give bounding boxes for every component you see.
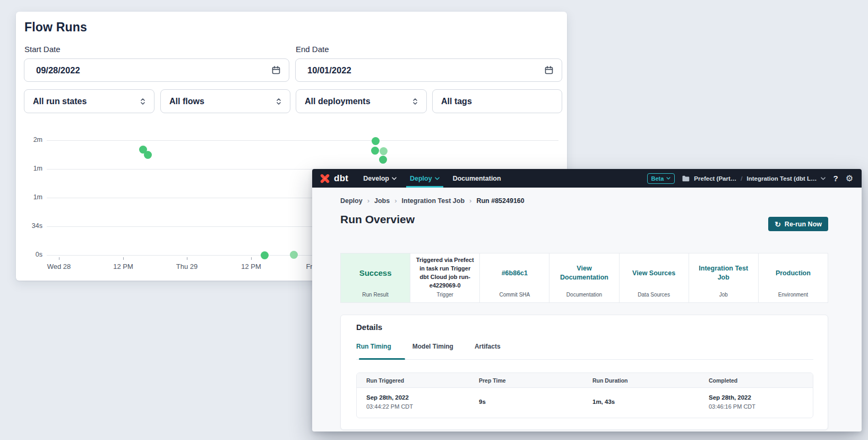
details-tabs: Run Timing Model Timing Artifacts [356,343,501,350]
flow-run-data-point[interactable] [379,156,387,164]
x-axis-tick-mark [59,257,59,260]
commit-sha-link[interactable]: #6b86c1 [502,269,528,278]
dbt-content: Deploy › Jobs › Integration Test Job › R… [312,188,862,431]
status-cell-trigger: Triggered via Prefect in task run Trigge… [410,253,479,302]
details-title: Details [356,323,382,332]
chevron-down-icon [435,177,440,180]
column-prep-time: Prep Time [469,377,583,384]
x-axis-tick-mark [187,257,187,260]
gear-icon[interactable]: ⚙ [846,174,853,183]
nav-item-documentation[interactable]: Documentation [453,169,501,188]
completed-cell: Sep 28th, 2022 03:46:16 PM CDT [699,393,813,411]
x-axis-tick-label: 12 PM [227,263,275,270]
breadcrumb-job-name[interactable]: Integration Test Job [402,197,465,205]
status-cell-job: Integration Test Job Job [689,253,758,302]
refresh-icon: ↻ [775,220,781,229]
status-cell-documentation: View Documentation Documentation [549,253,618,302]
environment-link[interactable]: Production [776,269,811,278]
table-row: Sep 28th, 2022 03:44:22 PM CDT 9s 1m, 43… [357,388,813,418]
breadcrumb-deploy[interactable]: Deploy [340,197,363,205]
project-name: Prefect (Part… [694,175,736,182]
dbt-cloud-window: dbt Develop Deploy Documentation Beta Pr… [312,169,862,431]
y-axis-tick-label: 1m [16,193,42,201]
chevron-down-icon [392,177,397,180]
environment-name: Integration Test (dbt L… [746,175,817,182]
run-result-value: Success [359,268,392,278]
flow-run-data-point[interactable] [261,251,269,259]
dbt-logo[interactable]: dbt [319,173,348,184]
flow-run-data-point[interactable] [380,147,388,155]
column-completed: Completed [699,377,813,384]
trigger-value: Triggered via Prefect in task run Trigge… [415,256,475,290]
run-overview-title: Run Overview [340,213,415,226]
table-header-row: Run Triggered Prep Time Run Duration Com… [357,373,813,388]
run-triggered-cell: Sep 28th, 2022 03:44:22 PM CDT [357,393,469,411]
navbar-right-cluster: Beta Prefect (Part… / Integration Test (… [647,173,853,184]
x-axis-tick-mark [251,257,252,260]
run-duration-cell: 1m, 43s [583,397,699,407]
view-documentation-link[interactable]: View Documentation [554,264,614,282]
breadcrumb-separator: › [394,197,397,205]
details-card: Details Run Timing Model Timing Artifact… [340,315,828,430]
chart-gridline [47,140,558,141]
active-tab-underline [359,358,405,360]
x-axis-tick-label: 12 PM [99,263,147,270]
breadcrumb-run-number: Run #85249160 [476,197,524,205]
tabs-divider [356,359,813,360]
rerun-now-button[interactable]: ↻ Re-run Now [768,217,828,231]
nav-item-develop[interactable]: Develop [363,169,397,188]
breadcrumb: Deploy › Jobs › Integration Test Job › R… [340,197,525,205]
beta-dropdown[interactable]: Beta [647,173,675,184]
environment-caption: Environment [759,292,828,298]
x-axis-tick-mark [123,257,124,260]
column-run-duration: Run Duration [583,377,699,384]
y-axis-tick-label: 0s [16,251,42,258]
flow-run-data-point[interactable] [371,147,379,155]
view-sources-link[interactable]: View Sources [632,269,675,278]
tab-artifacts[interactable]: Artifacts [475,343,501,350]
breadcrumb-separator: › [367,197,369,205]
breadcrumb-separator: › [469,197,471,205]
y-axis-tick-label: 1m [16,165,42,172]
y-axis-tick-label: 34s [16,222,42,230]
status-cell-data-sources: View Sources Data Sources [619,253,689,302]
tab-run-timing[interactable]: Run Timing [356,343,391,350]
dbt-brand-text: dbt [334,173,348,184]
job-link[interactable]: Integration Test Job [693,264,754,282]
dbt-logo-icon [319,173,331,184]
chevron-down-icon [666,177,671,180]
status-cell-commit-sha: #6b86c1 Commit SHA [479,253,549,302]
column-run-triggered: Run Triggered [357,377,469,384]
prep-time-cell: 9s [469,397,583,407]
run-timing-table: Run Triggered Prep Time Run Duration Com… [356,373,813,418]
dbt-navbar: dbt Develop Deploy Documentation Beta Pr… [312,169,862,188]
path-separator: / [741,175,742,182]
chevron-down-icon [821,177,826,180]
trigger-caption: Trigger [410,292,479,298]
x-axis-tick-label: Thu 29 [163,263,211,270]
job-caption: Job [689,292,758,298]
nav-item-deploy[interactable]: Deploy [410,169,440,188]
folder-icon [682,175,690,182]
flow-run-data-point[interactable] [290,251,298,259]
flow-run-data-point[interactable] [144,151,152,159]
breadcrumb-jobs[interactable]: Jobs [374,197,390,205]
tab-model-timing[interactable]: Model Timing [412,343,453,350]
flow-run-data-point[interactable] [372,137,380,145]
x-axis-tick-label: Wed 28 [35,263,83,270]
help-icon[interactable]: ? [833,174,838,183]
data-sources-caption: Data Sources [620,292,689,298]
documentation-caption: Documentation [549,292,618,298]
status-cell-run-result: Success Run Result [341,253,410,302]
run-result-caption: Run Result [341,292,410,298]
y-axis-tick-label: 2m [16,136,42,143]
commit-sha-caption: Commit SHA [480,292,549,298]
account-project-switcher[interactable]: Prefect (Part… / Integration Test (dbt L… [682,175,826,182]
run-status-summary-row: Success Run Result Triggered via Prefect… [340,253,828,303]
status-cell-environment: Production Environment [758,253,828,302]
